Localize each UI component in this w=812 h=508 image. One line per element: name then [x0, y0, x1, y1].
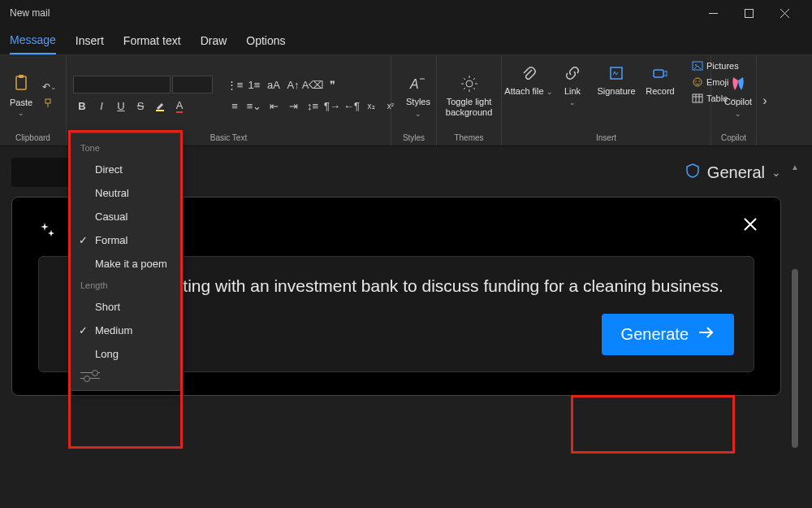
theme-label: Toggle light background	[446, 97, 492, 118]
ribbon-expand-button[interactable]: ›	[757, 55, 773, 145]
sensitivity-badge[interactable]: General ⌄	[685, 163, 781, 183]
ltr-button[interactable]: ¶→	[323, 97, 341, 115]
group-label-styles: Styles	[398, 132, 430, 142]
toggle-theme-button[interactable]: Toggle light background	[443, 69, 495, 121]
record-button[interactable]: Record	[640, 59, 680, 100]
window-title: New mail	[10, 7, 695, 19]
group-label-themes: Themes	[443, 132, 495, 142]
titlebar: New mail	[0, 0, 812, 26]
tab-message[interactable]: Message	[10, 27, 56, 54]
tab-options[interactable]: Options	[246, 28, 285, 54]
group-label-insert: Insert	[508, 132, 704, 142]
copilot-button[interactable]: Copilot ⌄	[718, 69, 758, 120]
underline-button[interactable]: U	[112, 97, 130, 115]
tone-section-label: Tone	[71, 138, 181, 158]
sensitivity-label: General	[707, 163, 765, 182]
svg-text:A: A	[409, 77, 419, 91]
camera-icon	[649, 62, 672, 85]
ribbon-tabs: Message Insert Format text Draw Options	[0, 26, 812, 55]
arrow-right-icon	[697, 323, 715, 345]
styles-button[interactable]: A Styles ⌄	[398, 69, 438, 120]
close-button[interactable]	[767, 0, 802, 26]
numbering-button[interactable]: 1≡	[245, 76, 263, 93]
scroll-thumb[interactable]	[792, 269, 798, 448]
paperclip-icon	[517, 62, 540, 85]
copilot-close-button[interactable]	[743, 217, 758, 236]
ribbon-group-insert: Attach file ⌄ Link ⌄ Signature Record Pi…	[502, 55, 711, 145]
svg-point-7	[466, 80, 473, 87]
subscript-button[interactable]: x₂	[362, 97, 380, 115]
align-dropdown[interactable]: ≡⌄	[245, 97, 263, 115]
tone-option-direct[interactable]: Direct	[71, 158, 181, 181]
chevron-down-icon: ⌄	[18, 109, 24, 117]
svg-rect-5	[156, 110, 164, 111]
svg-rect-23	[693, 94, 702, 102]
format-painter-button[interactable]	[42, 97, 57, 110]
font-name-select[interactable]	[73, 76, 171, 93]
svg-point-22	[698, 80, 700, 82]
paste-button[interactable]: Paste ⌄	[6, 70, 36, 120]
indent-dec-button[interactable]: ⇤	[265, 97, 283, 115]
tone-option-formal[interactable]: Formal	[71, 228, 181, 252]
quote-button[interactable]: ❞	[323, 76, 341, 93]
group-label-copilot: Copilot	[718, 132, 749, 142]
case-button[interactable]: aA	[265, 76, 283, 93]
clear-format-button[interactable]: A⌫	[304, 76, 322, 93]
maximize-button[interactable]	[731, 0, 767, 26]
sparkle-icon	[38, 220, 58, 243]
bullets-button[interactable]: ⋮≡	[226, 76, 244, 93]
scroll-up-arrow[interactable]: ▲	[791, 163, 799, 172]
chevron-down-icon: ⌄	[771, 166, 781, 179]
svg-point-19	[695, 64, 697, 66]
attach-file-button[interactable]: Attach file ⌄	[508, 59, 549, 100]
strikethrough-button[interactable]: S	[132, 97, 149, 115]
minimize-button[interactable]	[695, 0, 731, 26]
tone-length-menu: Tone Direct Neutral Casual Formal Make i…	[70, 132, 182, 391]
ribbon-group-clipboard: Paste ⌄ ↶⌄ Clipboard	[0, 55, 67, 145]
indent-inc-button[interactable]: ⇥	[284, 97, 302, 115]
tab-insert[interactable]: Insert	[76, 28, 104, 54]
highlight-button[interactable]	[151, 97, 169, 115]
svg-rect-3	[19, 75, 24, 78]
italic-button[interactable]: I	[93, 97, 110, 115]
ribbon-group-styles: A Styles ⌄ Styles	[391, 55, 437, 145]
svg-line-14	[464, 88, 465, 89]
line-spacing-button[interactable]: ↕≡	[304, 97, 322, 115]
slider-icon	[80, 378, 100, 379]
svg-rect-0	[709, 13, 718, 14]
shield-icon	[685, 163, 701, 183]
sun-icon	[458, 72, 481, 95]
menu-sliders[interactable]	[71, 366, 181, 385]
tone-option-neutral[interactable]: Neutral	[71, 181, 181, 205]
length-option-short[interactable]: Short	[71, 295, 181, 319]
svg-line-15	[473, 78, 475, 80]
tone-option-casual[interactable]: Casual	[71, 205, 181, 228]
window-controls	[695, 0, 802, 26]
svg-line-12	[464, 78, 465, 80]
svg-rect-1	[745, 9, 753, 17]
tone-option-poem[interactable]: Make it a poem	[71, 252, 181, 276]
vertical-scrollbar[interactable]: ▲	[789, 158, 801, 497]
paste-label: Paste	[10, 98, 32, 107]
ribbon-group-themes: Toggle light background Themes	[437, 55, 502, 145]
tab-draw[interactable]: Draw	[201, 28, 227, 54]
generate-button[interactable]: Generate	[602, 314, 734, 355]
svg-rect-16	[611, 67, 622, 79]
chevron-down-icon: ⌄	[415, 110, 421, 118]
link-button[interactable]: Link ⌄	[552, 59, 593, 110]
signature-button[interactable]: Signature	[596, 59, 637, 100]
copilot-icon	[727, 72, 749, 95]
tab-format-text[interactable]: Format text	[123, 28, 181, 54]
svg-rect-2	[16, 76, 26, 89]
styles-icon: A	[407, 72, 430, 95]
grow-font-button[interactable]: A↑	[284, 76, 302, 93]
font-size-select[interactable]	[172, 76, 213, 93]
bold-button[interactable]: B	[73, 97, 91, 115]
undo-button[interactable]: ↶⌄	[42, 80, 57, 93]
rtl-button[interactable]: ←¶	[343, 97, 361, 115]
align-left-button[interactable]: ≡	[226, 97, 244, 115]
length-option-long[interactable]: Long	[71, 342, 181, 366]
signature-icon	[605, 62, 628, 85]
length-option-medium[interactable]: Medium	[71, 319, 181, 342]
font-color-button[interactable]: A	[171, 97, 188, 115]
